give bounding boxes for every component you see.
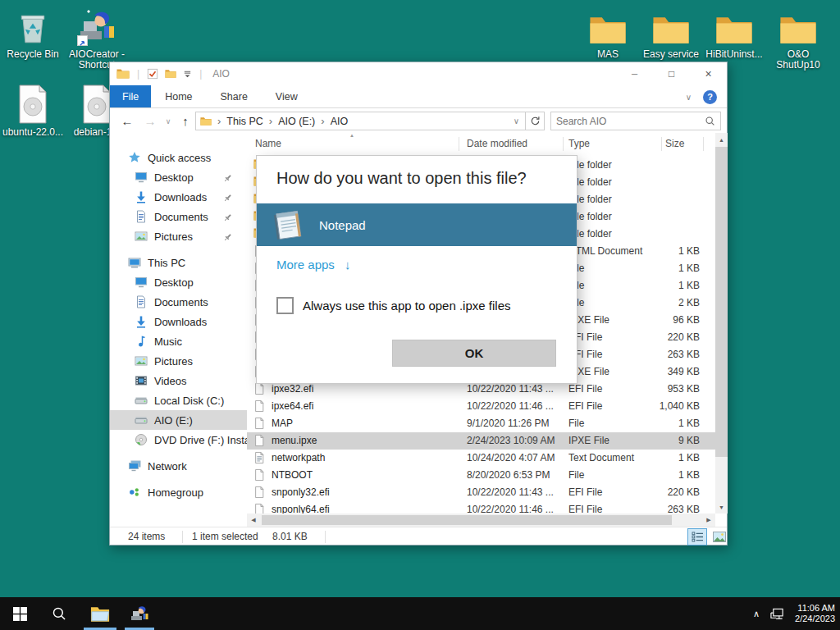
- file-row-ipxe32-efi[interactable]: ipxe32.efi10/22/2020 11:43 ...EFI File95…: [247, 381, 715, 398]
- scroll-left-icon[interactable]: ◀: [247, 514, 260, 527]
- app-option-notepad[interactable]: Notepad: [257, 203, 577, 246]
- qat-customize-icon[interactable]: [183, 70, 192, 79]
- tab-view[interactable]: View: [262, 85, 312, 107]
- column-divider[interactable]: [661, 137, 662, 151]
- sidebar-item-network[interactable]: Network: [110, 456, 247, 476]
- horizontal-scrollbar[interactable]: ◀ ▶: [247, 514, 715, 527]
- more-apps-link[interactable]: More apps ↓: [276, 258, 351, 272]
- file-name: MAP: [272, 418, 462, 429]
- ok-button[interactable]: OK: [392, 340, 556, 367]
- column-header-type[interactable]: Type: [568, 138, 590, 149]
- recent-locations-icon[interactable]: ∨: [161, 109, 176, 133]
- help-icon[interactable]: ?: [703, 90, 717, 104]
- file-row-ntboot[interactable]: NTBOOT8/20/2020 6:53 PMFile1 KB: [247, 467, 715, 484]
- sidebar-item-quick-access[interactable]: Quick access: [110, 148, 247, 167]
- file-row-ipxe64-efi[interactable]: ipxe64.efi10/22/2020 11:46 ...EFI File1,…: [247, 398, 715, 415]
- sidebar-item-desktop[interactable]: Desktop: [110, 272, 247, 292]
- sidebar-item-downloads[interactable]: Downloads: [110, 187, 247, 207]
- thumbnail-view-button[interactable]: [710, 528, 729, 546]
- breadcrumb-segment[interactable]: AIO (E:): [278, 116, 315, 127]
- sidebar-item-videos[interactable]: Videos: [110, 371, 247, 390]
- sidebar-item-documents[interactable]: Documents: [110, 207, 247, 226]
- status-divider-2: [325, 531, 326, 543]
- maximize-button[interactable]: □: [653, 62, 690, 85]
- sidebar-item-desktop[interactable]: Desktop: [110, 167, 247, 187]
- up-button[interactable]: ↑: [176, 109, 195, 133]
- sidebar-item-dvd-drive-f-instal[interactable]: DVD Drive (F:) Instal: [110, 430, 247, 450]
- desktop-icon-mas[interactable]: MAS: [577, 7, 639, 60]
- vertical-scroll-thumb[interactable]: [715, 147, 728, 457]
- sidebar-item-this-pc[interactable]: This PC: [110, 253, 247, 272]
- forward-button[interactable]: →: [139, 109, 161, 133]
- qat-new-folder-icon[interactable]: [165, 69, 176, 79]
- file-row-snponly32-efi[interactable]: snponly32.efi10/22/2020 11:43 ...EFI Fil…: [247, 484, 715, 501]
- tray-expand-icon[interactable]: ∧: [753, 609, 760, 619]
- taskbar: ∧ 11:06 AM 2/24/2023: [0, 597, 840, 630]
- desktop-icon-oo-shutup10[interactable]: O&OShutUp10: [767, 7, 829, 71]
- desktop-icon-label: ubuntu-22.0...: [2, 127, 64, 138]
- sidebar-item-music[interactable]: Music: [110, 331, 247, 351]
- sidebar-item-downloads[interactable]: Downloads: [110, 312, 247, 331]
- sidebar-item-documents[interactable]: Documents: [110, 292, 247, 312]
- scroll-down-icon[interactable]: ▼: [715, 500, 728, 514]
- desktop-icon-ubuntu-iso[interactable]: ubuntu-22.0...: [2, 84, 64, 138]
- file-row-menu-ipxe[interactable]: menu.ipxe2/24/2023 10:09 AMIPXE File9 KB: [247, 432, 715, 450]
- tab-share[interactable]: Share: [207, 85, 262, 107]
- horizontal-scroll-thumb[interactable]: [262, 515, 672, 525]
- column-divider[interactable]: [703, 137, 704, 151]
- dvd-icon: [135, 433, 148, 446]
- window-title: AIO: [212, 68, 230, 80]
- ribbon-collapse-icon[interactable]: ∨: [686, 93, 692, 102]
- sidebar-item-label: Quick access: [148, 152, 211, 164]
- qat-properties-icon[interactable]: [147, 68, 158, 80]
- search-box[interactable]: [550, 112, 721, 130]
- breadcrumb-segment[interactable]: This PC: [226, 116, 262, 127]
- scroll-right-icon[interactable]: ▶: [702, 514, 715, 527]
- tab-home[interactable]: Home: [151, 85, 206, 107]
- taskbar-clock[interactable]: 11:06 AM 2/24/2023: [795, 603, 835, 624]
- details-view-button[interactable]: [687, 528, 707, 546]
- taskbar-explorer-button[interactable]: [80, 597, 120, 630]
- minimize-button[interactable]: ─: [616, 62, 653, 85]
- file-date-modified: 2/24/2023 10:09 AM: [467, 435, 565, 446]
- selection-size: 8.01 KB: [272, 531, 308, 542]
- file-row-networkpath[interactable]: networkpath10/24/2020 4:07 AMText Docume…: [247, 450, 715, 467]
- file-date-modified: 10/22/2020 11:46 ...: [467, 400, 565, 412]
- always-use-checkbox[interactable]: [276, 297, 294, 314]
- file-type: File folder: [568, 194, 665, 205]
- taskbar-aiocreator-button[interactable]: [120, 597, 159, 630]
- refresh-button[interactable]: [526, 112, 545, 130]
- sidebar-item-homegroup[interactable]: Homegroup: [110, 482, 247, 502]
- scroll-up-icon[interactable]: ▲: [715, 133, 728, 146]
- desktop-icon-easy-service[interactable]: Easy service: [640, 7, 702, 60]
- sidebar-item-aio-e-[interactable]: AIO (E:): [110, 410, 247, 430]
- sidebar-item-pictures[interactable]: Pictures: [110, 226, 247, 246]
- file-row-snponly64-efi[interactable]: snponly64.efi10/22/2020 11:46 ...EFI Fil…: [247, 501, 715, 514]
- column-header-date-modified[interactable]: Date modified: [467, 138, 527, 149]
- column-header-name[interactable]: Name: [255, 138, 281, 149]
- tab-file[interactable]: File: [110, 85, 151, 107]
- file-size: 1 KB: [626, 262, 700, 274]
- sidebar-item-label: Downloads: [154, 191, 207, 203]
- address-dropdown-icon[interactable]: ∨: [514, 116, 519, 126]
- disc-icon: [2, 84, 64, 124]
- column-divider[interactable]: [459, 137, 459, 151]
- breadcrumb-segment[interactable]: AIO: [331, 116, 349, 127]
- vertical-scrollbar[interactable]: ▲ ▼: [715, 133, 728, 514]
- sidebar-item-local-disk-c-[interactable]: Local Disk (C:): [110, 390, 247, 410]
- qat-separator-2: |: [199, 68, 202, 80]
- window-folder-icon: [116, 68, 130, 80]
- sidebar-item-pictures[interactable]: Pictures: [110, 351, 247, 371]
- address-bar[interactable]: › This PC›AIO (E:)›AIO ∨: [195, 112, 526, 130]
- network-icon[interactable]: [769, 607, 785, 621]
- start-button[interactable]: [0, 597, 39, 630]
- search-input[interactable]: [556, 116, 705, 127]
- back-button[interactable]: ←: [116, 109, 138, 133]
- taskbar-search-button[interactable]: [39, 597, 79, 630]
- column-divider[interactable]: [563, 137, 564, 151]
- close-button[interactable]: ×: [690, 62, 727, 85]
- column-header-size[interactable]: Size: [665, 138, 684, 149]
- desktop-icon-recycle-bin[interactable]: Recycle Bin: [2, 7, 64, 60]
- file-row-map[interactable]: MAP9/1/2020 11:26 PMFile1 KB: [247, 415, 715, 432]
- desktop-icon-hibituninstaller[interactable]: HiBitUninst...: [703, 7, 765, 60]
